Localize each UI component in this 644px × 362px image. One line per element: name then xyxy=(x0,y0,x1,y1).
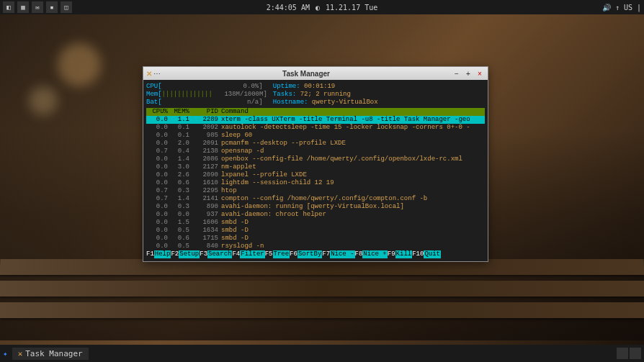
process-header[interactable]: CPU% MEM% PID Command xyxy=(146,108,485,116)
process-row[interactable]: 0.00.61715smbd -D xyxy=(146,235,485,243)
proc-cpu: 0.7 xyxy=(146,195,168,203)
proc-cpu: 0.0 xyxy=(146,243,168,250)
process-row[interactable]: 0.71.42141compton --config /home/qwerty/… xyxy=(146,195,485,203)
fkey-label[interactable]: Search xyxy=(207,250,232,258)
launcher-icon[interactable]: ◫ xyxy=(61,1,72,13)
process-row[interactable]: 0.00.5840rsyslogd -n xyxy=(146,243,485,250)
workspace-1[interactable] xyxy=(617,348,628,359)
process-row[interactable]: 0.01.12289xterm -class UXTerm -title Ter… xyxy=(146,116,485,124)
proc-cpu: 0.0 xyxy=(146,227,168,235)
mem-value: 138M/1000M] xyxy=(213,91,267,99)
proc-command: avahi-daemon: chroot helper xyxy=(218,211,485,219)
process-row[interactable]: 0.00.61610lightdm --session-child 12 19 xyxy=(146,179,485,187)
proc-command: sleep 60 xyxy=(218,132,485,140)
proc-mem: 0.1 xyxy=(168,124,189,132)
fkey: F8 xyxy=(355,250,363,258)
process-row[interactable]: 0.00.3890avahi-daemon: running [qwerty-V… xyxy=(146,203,485,211)
process-row[interactable]: 0.02.62090lxpanel --profile LXDE xyxy=(146,171,485,179)
proc-pid: 2091 xyxy=(189,140,218,148)
fkey-label[interactable]: Nice - xyxy=(330,250,354,258)
fkey: F4 xyxy=(232,250,240,258)
close-button[interactable]: × xyxy=(475,68,485,78)
proc-command: xautolock -detectsleep -time 15 -locker … xyxy=(218,124,485,132)
proc-mem: 2.0 xyxy=(168,140,189,148)
proc-cpu: 0.0 xyxy=(146,116,168,124)
process-row[interactable]: 0.03.02127nm-applet xyxy=(146,163,485,171)
taskbar-item-task-manager[interactable]: ✕ Task Manager xyxy=(12,348,89,360)
proc-cpu: 0.7 xyxy=(146,187,168,195)
process-row[interactable]: 0.00.0937avahi-daemon: chroot helper xyxy=(146,211,485,219)
process-row[interactable]: 0.01.51606smbd -D xyxy=(146,219,485,227)
fkey-label[interactable]: Nice + xyxy=(362,250,387,258)
proc-cpu: 0.0 xyxy=(146,171,168,179)
proc-command: compton --config /home/qwerty/.config/co… xyxy=(218,195,485,203)
process-row[interactable]: 0.01.42086openbox --config-file /home/qw… xyxy=(146,155,485,163)
process-row[interactable]: 0.70.42138opensnap -d xyxy=(146,148,485,155)
maximize-button[interactable]: + xyxy=(463,68,473,78)
minimize-button[interactable]: − xyxy=(452,68,462,78)
fkey: F3 xyxy=(200,250,207,258)
window-titlebar[interactable]: ✕ ⋯ Task Manager − + × xyxy=(143,67,488,80)
proc-cpu: 0.0 xyxy=(146,179,168,187)
keyboard-locale[interactable]: US xyxy=(624,4,632,12)
terminal-body[interactable]: CPU[0.0%] Mem[|||||||||||||138M/1000M] B… xyxy=(143,80,488,261)
volume-icon[interactable]: 🔊 xyxy=(602,4,611,12)
proc-pid: 985 xyxy=(189,132,218,140)
proc-command: lxpanel --profile LXDE xyxy=(218,171,485,179)
hostname-label: Hostname: xyxy=(273,99,312,106)
proc-mem: 1.4 xyxy=(168,155,189,163)
fkey: F5 xyxy=(265,250,273,258)
proc-pid: 937 xyxy=(189,211,218,219)
fkey-label[interactable]: Filter xyxy=(240,250,264,258)
proc-command: xterm -class UXTerm -title Terminal -u8 … xyxy=(218,116,485,124)
proc-pid: 2127 xyxy=(189,163,218,171)
clock-date[interactable]: 11.21.17 Tue xyxy=(326,4,377,12)
fkey: F2 xyxy=(171,250,179,258)
proc-cpu: 0.7 xyxy=(146,148,168,155)
proc-mem: 1.1 xyxy=(168,116,189,124)
terminal-icon[interactable]: ▪ xyxy=(46,1,58,13)
workspace-2[interactable] xyxy=(630,348,641,359)
proc-mem: 0.6 xyxy=(168,235,189,243)
process-row[interactable]: 0.70.32295htop xyxy=(146,187,485,195)
launcher-icon[interactable]: ✉ xyxy=(32,1,43,13)
fkey-label[interactable]: SortBy xyxy=(298,250,322,258)
weather-icon[interactable]: ◐ xyxy=(316,4,320,12)
fkey-label[interactable]: Tree xyxy=(273,250,290,258)
proc-pid: 1606 xyxy=(189,219,218,227)
mem-label: Mem[ xyxy=(146,91,162,98)
app-icon: ✕ xyxy=(146,70,152,78)
process-row[interactable]: 0.02.02091pcmanfm --desktop --profile LX… xyxy=(146,140,485,148)
fkey-label[interactable]: Quit xyxy=(424,250,441,258)
show-desktop-icon[interactable]: ✦ xyxy=(3,349,8,358)
proc-pid: 2092 xyxy=(189,124,218,132)
clock-time[interactable]: 2:44:05 AM xyxy=(267,4,310,12)
proc-mem: 1.4 xyxy=(168,195,189,203)
fkey: F7 xyxy=(322,250,330,258)
proc-cpu: 0.0 xyxy=(146,124,168,132)
fkey: F9 xyxy=(388,250,395,258)
process-list: 0.01.12289xterm -class UXTerm -title Ter… xyxy=(146,116,485,250)
taskbar-item-label: Task Manager xyxy=(25,349,82,358)
fkey-label[interactable]: Kill xyxy=(395,250,413,258)
header-pid: PID xyxy=(189,108,218,116)
tasks-value: 72; 2 running xyxy=(300,91,351,98)
proc-command: htop xyxy=(218,187,485,195)
updates-icon[interactable]: ↑ xyxy=(615,4,620,12)
launcher-icon[interactable]: ◧ xyxy=(3,1,14,13)
proc-mem: 3.0 xyxy=(168,163,189,171)
shade-icon[interactable]: ⋯ xyxy=(153,70,161,78)
proc-mem: 0.1 xyxy=(168,132,189,140)
fkey-label[interactable]: Help xyxy=(154,250,171,258)
proc-pid: 2138 xyxy=(189,148,218,155)
mem-bar: ||||||||||||| xyxy=(162,91,213,98)
window-title: Task Manager xyxy=(161,70,452,78)
process-row[interactable]: 0.00.1985sleep 60 xyxy=(146,132,485,140)
proc-cpu: 0.0 xyxy=(146,203,168,211)
proc-command: opensnap -d xyxy=(218,148,485,155)
fkey-label[interactable]: Setup xyxy=(179,250,200,258)
launcher-icon[interactable]: ▦ xyxy=(17,1,29,13)
process-row[interactable]: 0.00.51634smbd -D xyxy=(146,227,485,235)
proc-command: smbd -D xyxy=(218,227,485,235)
process-row[interactable]: 0.00.12092xautolock -detectsleep -time 1… xyxy=(146,124,485,132)
